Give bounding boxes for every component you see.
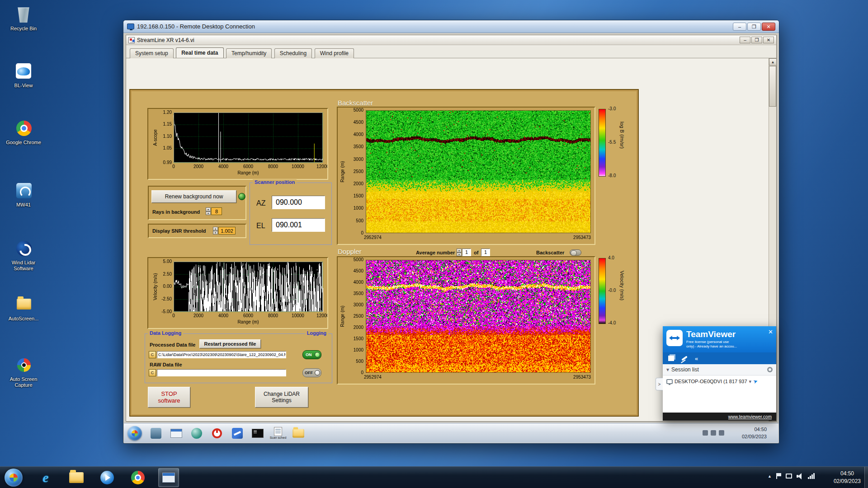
- tray-overflow-icon[interactable]: ▲: [768, 474, 772, 479]
- tab-system-setup[interactable]: System setup: [130, 48, 174, 58]
- desktop-icon-label: AutoScreen...: [3, 316, 44, 322]
- tab-temp-humidity[interactable]: Temp/humidity: [226, 48, 272, 58]
- average-number-spinner[interactable]: ▲▼: [457, 249, 462, 256]
- app-minimize-button[interactable]: –: [740, 37, 750, 43]
- toggle-led: [315, 352, 320, 357]
- mw41-icon: [16, 183, 32, 198]
- processed-drive-icon[interactable]: C: [149, 351, 156, 358]
- collapse-icon[interactable]: «: [695, 355, 698, 362]
- raw-file-path-input[interactable]: [157, 369, 286, 376]
- processed-logging-toggle[interactable]: ON: [302, 350, 321, 359]
- taskbar-internet-explorer[interactable]: e: [35, 468, 56, 487]
- chrome-icon: [16, 121, 32, 136]
- teamviewer-link[interactable]: www.teamviewer.com: [728, 414, 772, 419]
- logging-label: Logging: [305, 330, 328, 336]
- average-number-value[interactable]: 1: [462, 249, 471, 256]
- processed-file-path-input[interactable]: C:\Lidar\Data\Proc\2023\202309\20230902\…: [157, 351, 286, 358]
- show-desktop-button[interactable]: [864, 467, 868, 488]
- display-snr-value[interactable]: 1.002: [218, 227, 236, 235]
- gear-icon[interactable]: [767, 367, 773, 372]
- tab-scheduling[interactable]: Scheduling: [274, 48, 312, 58]
- tab-wind-profile[interactable]: Wind profile: [315, 48, 354, 58]
- network-icon[interactable]: [808, 474, 815, 479]
- tools-icon[interactable]: [681, 356, 688, 361]
- app-restore-button[interactable]: ❐: [751, 37, 762, 43]
- remote-taskbar-scan-sched[interactable]: Scan sched: [269, 425, 287, 441]
- raw-logging-toggle[interactable]: OFF: [302, 368, 321, 377]
- desktop-icon-bl-view[interactable]: BL-View: [3, 61, 44, 89]
- taskbar-chrome[interactable]: [127, 468, 148, 487]
- remote-taskbar-media-app[interactable]: [147, 425, 165, 441]
- desktop-icon-label: BL-View: [3, 83, 44, 89]
- remote-taskbar-xp-app[interactable]: [229, 425, 246, 441]
- az-value[interactable]: 090.000: [272, 196, 325, 209]
- doppler-canvas: [338, 257, 594, 384]
- remote-taskbar-folder[interactable]: [290, 425, 307, 441]
- remote-clock[interactable]: 04:50 02/09/2023: [742, 426, 767, 440]
- remote-taskbar-settings-app[interactable]: [188, 425, 205, 441]
- tab-real-time-data[interactable]: Real time data: [176, 47, 223, 58]
- desktop: Recycle Bin BL-View Google Chrome MW41 W…: [0, 0, 868, 488]
- change-lidar-settings-button[interactable]: Change LiDARSettings: [255, 387, 308, 408]
- desktop-icon-recycle-bin[interactable]: Recycle Bin: [3, 5, 44, 32]
- doppler-colorbar-tick-min: -4.0: [608, 320, 616, 325]
- teamviewer-toolbar: «: [663, 352, 776, 364]
- session-entry-label: DESKTOP-OE0QDVI (1 817 937: [675, 379, 747, 384]
- window-app-icon: [170, 429, 182, 438]
- dropdown-icon[interactable]: ▾: [749, 379, 752, 385]
- remote-start-button[interactable]: [127, 426, 142, 441]
- taskbar-file-explorer[interactable]: [66, 468, 87, 487]
- snr-spinner[interactable]: ▲▼: [213, 227, 218, 235]
- app-title-bar[interactable]: StreamLine XR v14-6.vi – ❐ ✕: [126, 35, 776, 45]
- rdp-title-bar[interactable]: 192.168.0.150 - Remote Desktop Connectio…: [123, 20, 779, 33]
- processed-path-row: C C:\Lidar\Data\Proc\2023\202309\2023090…: [149, 351, 286, 358]
- raw-drive-icon[interactable]: C: [149, 369, 156, 376]
- display-icon[interactable]: [786, 474, 792, 479]
- desktop-icon-google-chrome[interactable]: Google Chrome: [3, 118, 44, 145]
- teamviewer-close-icon[interactable]: ✕: [768, 328, 773, 335]
- snr-group: Display SNR threshold ▲▼ 1.002: [148, 224, 246, 238]
- teamviewer-expand-handle[interactable]: >: [656, 378, 663, 390]
- desktop-icon-auto-screen-capture[interactable]: Auto Screen Capture: [3, 355, 44, 388]
- backscatter-section-label: Backscatter: [338, 99, 373, 107]
- doppler-heatmap: [337, 256, 595, 385]
- rdp-minimize-button[interactable]: –: [733, 23, 746, 31]
- rays-in-background-value[interactable]: 8: [211, 207, 222, 215]
- rays-spinner[interactable]: ▲▼: [206, 207, 211, 215]
- remote-tray-icons[interactable]: [703, 430, 724, 436]
- teamviewer-title: TeamViewer: [686, 330, 737, 339]
- rdp-maximize-button[interactable]: ❐: [747, 23, 761, 31]
- teamviewer-license-line2: only) - Already have an accou...: [686, 344, 737, 349]
- scroll-up-arrow[interactable]: ▲: [769, 58, 777, 66]
- average-number-label: Average number: [416, 250, 455, 255]
- clock[interactable]: 04:50 02/09/2023: [834, 470, 861, 485]
- start-button[interactable]: [5, 469, 23, 487]
- scroll-thumb[interactable]: [769, 66, 776, 107]
- remote-taskbar-window-app[interactable]: [168, 425, 185, 441]
- rays-in-background-label: Rays in background: [152, 209, 200, 215]
- backscatter-toggle-switch[interactable]: [570, 249, 581, 256]
- teamviewer-logo-icon: [666, 330, 683, 346]
- restart-processed-file-button[interactable]: Restart processed file: [199, 339, 261, 348]
- renew-background-button[interactable]: Renew background now: [151, 190, 236, 203]
- desktop-icon-wind-lidar[interactable]: Wind Lidar Software: [3, 239, 44, 272]
- desktop-icon-label: MW41: [3, 202, 44, 208]
- el-value[interactable]: 090.001: [272, 218, 325, 232]
- remote-taskbar-cmd[interactable]: [249, 425, 266, 441]
- rdp-close-button[interactable]: ✕: [762, 23, 775, 31]
- app-close-button[interactable]: ✕: [763, 37, 774, 43]
- session-list-row[interactable]: ▾ Session list: [663, 364, 776, 375]
- desktop-icon-mw41[interactable]: MW41: [3, 181, 44, 208]
- taskbar-rdp-active[interactable]: [158, 468, 179, 487]
- session-entry-row[interactable]: DESKTOP-OE0QDVI (1 817 937 ▾ ➤: [663, 375, 776, 387]
- connect-cursor-icon[interactable]: ➤: [752, 378, 759, 385]
- tab-strip: System setup Real time data Temp/humidit…: [126, 46, 776, 58]
- sessions-icon[interactable]: [668, 356, 674, 361]
- taskbar-media-player[interactable]: [97, 468, 118, 487]
- remote-taskbar-power-app[interactable]: [208, 425, 226, 441]
- internet-explorer-icon: e: [42, 470, 48, 485]
- desktop-icon-autoscreen[interactable]: AutoScreen...: [3, 295, 44, 322]
- action-center-icon[interactable]: [776, 473, 781, 479]
- volume-icon[interactable]: [797, 473, 803, 479]
- stop-software-button[interactable]: STOPsoftware: [148, 387, 190, 408]
